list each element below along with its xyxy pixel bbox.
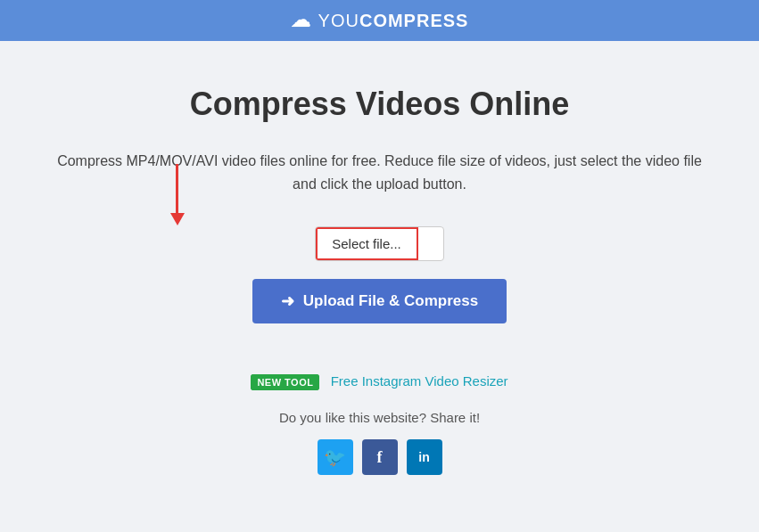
linkedin-icon: in: [418, 450, 429, 464]
logo: ☁ YOUCOMPRESS: [291, 9, 469, 32]
header: ☁ YOUCOMPRESS: [0, 0, 759, 41]
social-icons: 🐦 f in: [54, 439, 705, 475]
facebook-icon: f: [377, 448, 383, 467]
arrow-line: [176, 164, 178, 213]
new-tool-link[interactable]: Free Instagram Video Resizer: [331, 373, 508, 389]
new-tool-badge: NEW TOOL: [251, 374, 319, 390]
facebook-button[interactable]: f: [362, 439, 398, 475]
cloud-icon: ☁: [291, 9, 311, 32]
select-file-button[interactable]: Select file...: [316, 227, 418, 260]
arrow-head: [170, 213, 185, 225]
upload-button-wrapper: ➜ Upload File & Compress: [54, 279, 705, 348]
twitter-icon: 🐦: [324, 446, 346, 468]
main-content: Compress Videos Online Compress MP4/MOV/…: [0, 41, 759, 511]
new-tool-row: NEW TOOL Free Instagram Video Resizer: [54, 373, 705, 389]
page-title: Compress Videos Online: [54, 86, 705, 123]
description: Compress MP4/MOV/AVI video files online …: [54, 150, 705, 195]
file-input-wrapper: Select file...: [95, 226, 665, 279]
upload-compress-button[interactable]: ➜ Upload File & Compress: [252, 279, 507, 323]
arrow-right-icon: ➜: [281, 291, 294, 311]
logo-text: YOUCOMPRESS: [318, 11, 469, 31]
share-text: Do you like this website? Share it!: [54, 410, 705, 425]
twitter-button[interactable]: 🐦: [318, 439, 353, 475]
file-name-display: [418, 235, 443, 253]
red-arrow-annotation: [170, 164, 185, 225]
linkedin-button[interactable]: in: [407, 439, 442, 475]
file-input-row: Select file...: [315, 226, 444, 261]
